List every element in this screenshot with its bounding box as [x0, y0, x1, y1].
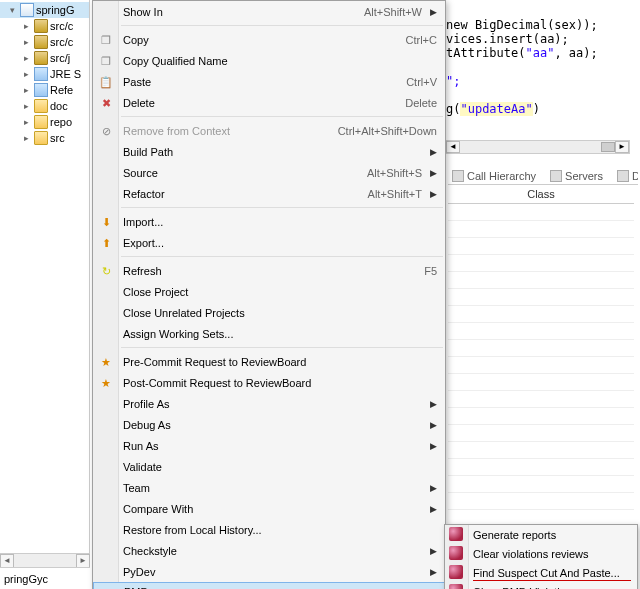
tree-item[interactable]: ▸doc [0, 98, 89, 114]
menu-pydev[interactable]: PyDev▶ [93, 561, 445, 582]
table-row[interactable] [448, 442, 634, 459]
menu-label: Close Unrelated Projects [123, 307, 437, 319]
menu-export[interactable]: ⬆Export... [93, 232, 445, 253]
menu-build-path[interactable]: Build Path▶ [93, 141, 445, 162]
table-row[interactable] [448, 374, 634, 391]
bottom-tab[interactable]: pringGyc [0, 567, 90, 589]
project-node[interactable]: ▾ springG [0, 2, 89, 18]
menu-label: Paste [123, 76, 406, 88]
accelerator: Delete [405, 97, 437, 109]
accelerator: F5 [424, 265, 437, 277]
table-row[interactable] [448, 306, 634, 323]
table-grid[interactable] [448, 204, 634, 577]
menu-checkstyle[interactable]: Checkstyle▶ [93, 540, 445, 561]
submenu-arrow-icon: ▶ [430, 441, 437, 451]
accelerator: Alt+Shift+S [367, 167, 422, 179]
pmd-icon [449, 584, 463, 589]
tab-call-hierarchy[interactable]: Call Hierarchy [448, 168, 540, 184]
menu-label: Compare With [123, 503, 422, 515]
code-frag: tAttribute( [446, 46, 525, 60]
menu-label: Clear PMD Violations [473, 586, 631, 590]
table-row[interactable] [448, 340, 634, 357]
folder-icon [34, 115, 48, 129]
menu-separator [121, 347, 443, 348]
expand-icon: ▸ [24, 69, 34, 79]
table-row[interactable] [448, 459, 634, 476]
menu-assign-ws[interactable]: Assign Working Sets... [93, 323, 445, 344]
tree-item[interactable]: ▸JRE S [0, 66, 89, 82]
table-row[interactable] [448, 425, 634, 442]
tree-item[interactable]: ▸src/c [0, 18, 89, 34]
table-row[interactable] [448, 204, 634, 221]
paste-icon: 📋 [98, 74, 114, 90]
project-explorer[interactable]: ▾ springG ▸src/c ▸src/c ▸src/j ▸JRE S ▸R… [0, 0, 90, 560]
table-row[interactable] [448, 408, 634, 425]
tree-item[interactable]: ▸repo [0, 114, 89, 130]
tree-item[interactable]: ▸src/j [0, 50, 89, 66]
menu-delete[interactable]: ✖DeleteDelete [93, 92, 445, 113]
editor-scrollbar[interactable]: ◄ ► [445, 140, 630, 154]
menu-close-project[interactable]: Close Project [93, 281, 445, 302]
menu-validate[interactable]: Validate [93, 456, 445, 477]
menu-debug-as[interactable]: Debug As▶ [93, 414, 445, 435]
submenu-clear-reviews[interactable]: Clear violations reviews [445, 544, 637, 563]
menu-import[interactable]: ⬇Import... [93, 211, 445, 232]
table-row[interactable] [448, 323, 634, 340]
table-row[interactable] [448, 289, 634, 306]
copy-icon: ❐ [98, 32, 114, 48]
menu-refactor[interactable]: RefactorAlt+Shift+T▶ [93, 183, 445, 204]
scroll-right-icon[interactable]: ► [615, 141, 629, 153]
tree-item[interactable]: ▸src/c [0, 34, 89, 50]
menu-separator [121, 207, 443, 208]
menu-label: Export... [123, 237, 437, 249]
tab-debug[interactable]: Debug [613, 168, 638, 184]
submenu-arrow-icon: ▶ [430, 567, 437, 577]
menu-paste[interactable]: 📋PasteCtrl+V [93, 71, 445, 92]
expand-icon: ▸ [24, 21, 34, 31]
menu-label: Clear violations reviews [473, 548, 631, 560]
menu-restore-history[interactable]: Restore from Local History... [93, 519, 445, 540]
menu-copy[interactable]: ❐CopyCtrl+C [93, 29, 445, 50]
menu-source[interactable]: SourceAlt+Shift+S▶ [93, 162, 445, 183]
menu-copy-qualified[interactable]: ❐Copy Qualified Name [93, 50, 445, 71]
menu-pre-commit[interactable]: ★Pre-Commit Request to ReviewBoard [93, 351, 445, 372]
tab-servers[interactable]: Servers [546, 168, 607, 184]
expand-icon: ▾ [10, 5, 20, 15]
table-row[interactable] [448, 272, 634, 289]
scroll-left-icon[interactable]: ◄ [446, 141, 460, 153]
menu-show-in[interactable]: Show InAlt+Shift+W▶ [93, 1, 445, 22]
menu-close-unrelated[interactable]: Close Unrelated Projects [93, 302, 445, 323]
table-row[interactable] [448, 391, 634, 408]
menu-label: Assign Working Sets... [123, 328, 437, 340]
tree-label: src/j [50, 52, 70, 64]
menu-compare-with[interactable]: Compare With▶ [93, 498, 445, 519]
scroll-right-icon[interactable]: ► [76, 554, 90, 568]
menu-refresh[interactable]: ↻RefreshF5 [93, 260, 445, 281]
table-row[interactable] [448, 238, 634, 255]
table-row[interactable] [448, 221, 634, 238]
class-column-header[interactable]: Class [448, 186, 634, 204]
scroll-left-icon[interactable]: ◄ [0, 554, 14, 568]
table-row[interactable] [448, 357, 634, 374]
menu-profile-as[interactable]: Profile As▶ [93, 393, 445, 414]
menu-post-commit[interactable]: ★Post-Commit Request to ReviewBoard [93, 372, 445, 393]
bottom-tab-label: pringGyc [4, 573, 48, 585]
submenu-arrow-icon: ▶ [430, 399, 437, 409]
tree-label: Refe [50, 84, 73, 96]
menu-pmd[interactable]: PMD▶ [93, 582, 445, 589]
table-row[interactable] [448, 255, 634, 272]
tree-item[interactable]: ▸src [0, 130, 89, 146]
menu-team[interactable]: Team▶ [93, 477, 445, 498]
scrollbar-thumb[interactable] [601, 142, 615, 152]
tree-item[interactable]: ▸Refe [0, 82, 89, 98]
menu-label: Remove from Context [123, 125, 338, 137]
menu-label: Copy Qualified Name [123, 55, 437, 67]
submenu-clear-violations[interactable]: Clear PMD Violations [445, 582, 637, 589]
submenu-generate-reports[interactable]: Generate reports [445, 525, 637, 544]
tree-label: doc [50, 100, 68, 112]
menu-run-as[interactable]: Run As▶ [93, 435, 445, 456]
code-string: "updateAa" [460, 102, 532, 116]
table-row[interactable] [448, 493, 634, 510]
table-row[interactable] [448, 476, 634, 493]
tree-scrollbar[interactable]: ◄ ► [0, 553, 90, 567]
